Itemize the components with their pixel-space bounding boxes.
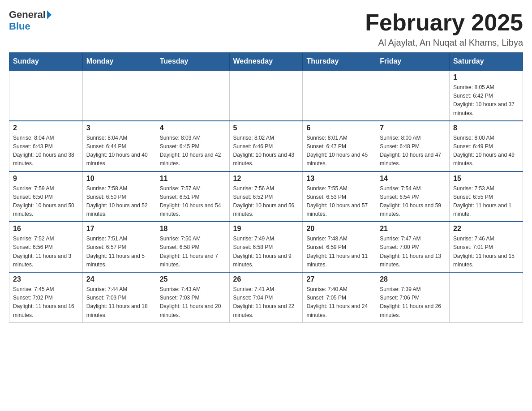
calendar-cell: 14Sunrise: 7:54 AMSunset: 6:54 PMDayligh… <box>376 171 450 222</box>
daylight-text: Daylight: 10 hours and 47 minutes. <box>380 151 446 168</box>
sunrise-text: Sunrise: 7:50 AM <box>160 235 226 243</box>
calendar-cell: 23Sunrise: 7:45 AMSunset: 7:02 PMDayligh… <box>9 272 83 322</box>
daylight-text: Daylight: 11 hours and 11 minutes. <box>306 252 372 269</box>
day-info: Sunrise: 8:04 AMSunset: 6:44 PMDaylight:… <box>86 134 152 168</box>
calendar-cell: 13Sunrise: 7:55 AMSunset: 6:53 PMDayligh… <box>303 171 376 222</box>
sunset-text: Sunset: 6:55 PM <box>453 193 519 201</box>
sunrise-text: Sunrise: 7:49 AM <box>233 235 299 243</box>
daylight-text: Daylight: 10 hours and 52 minutes. <box>86 201 152 218</box>
calendar-cell: 7Sunrise: 8:00 AMSunset: 6:48 PMDaylight… <box>376 121 450 171</box>
daylight-text: Daylight: 11 hours and 1 minute. <box>453 201 519 218</box>
sunrise-text: Sunrise: 7:56 AM <box>233 184 299 193</box>
day-info: Sunrise: 7:43 AMSunset: 7:03 PMDaylight:… <box>160 285 226 320</box>
daylight-text: Daylight: 10 hours and 40 minutes. <box>86 151 152 168</box>
day-number: 22 <box>453 225 519 233</box>
day-info: Sunrise: 8:02 AMSunset: 6:46 PMDaylight:… <box>233 134 299 168</box>
day-info: Sunrise: 7:45 AMSunset: 7:02 PMDaylight:… <box>13 285 79 320</box>
sunrise-text: Sunrise: 7:51 AM <box>86 235 152 243</box>
day-number: 1 <box>453 73 519 81</box>
sunset-text: Sunset: 6:54 PM <box>380 193 446 201</box>
sunset-text: Sunset: 6:52 PM <box>233 193 299 201</box>
day-info: Sunrise: 8:04 AMSunset: 6:43 PMDaylight:… <box>13 134 79 168</box>
calendar-header-row: SundayMondayTuesdayWednesdayThursdayFrid… <box>9 53 523 71</box>
daylight-text: Daylight: 11 hours and 26 minutes. <box>380 302 446 319</box>
day-number: 12 <box>233 175 299 183</box>
day-number: 13 <box>306 175 372 183</box>
daylight-text: Daylight: 10 hours and 43 minutes. <box>233 151 299 168</box>
calendar-cell <box>82 70 156 121</box>
sunset-text: Sunset: 6:53 PM <box>306 193 372 201</box>
daylight-text: Daylight: 10 hours and 38 minutes. <box>13 151 79 168</box>
sunset-text: Sunset: 7:04 PM <box>233 294 299 302</box>
day-info: Sunrise: 7:49 AMSunset: 6:58 PMDaylight:… <box>233 235 299 269</box>
sunset-text: Sunset: 7:01 PM <box>453 243 519 252</box>
calendar-week-4: 16Sunrise: 7:52 AMSunset: 6:56 PMDayligh… <box>9 222 523 272</box>
sunrise-text: Sunrise: 7:54 AM <box>380 184 446 193</box>
calendar-cell: 21Sunrise: 7:47 AMSunset: 7:00 PMDayligh… <box>376 222 450 272</box>
sunset-text: Sunset: 6:43 PM <box>13 142 79 151</box>
sunset-text: Sunset: 7:00 PM <box>380 243 446 252</box>
daylight-text: Daylight: 10 hours and 37 minutes. <box>453 100 519 117</box>
day-info: Sunrise: 7:53 AMSunset: 6:55 PMDaylight:… <box>453 184 519 219</box>
sunrise-text: Sunrise: 7:40 AM <box>306 285 372 294</box>
day-of-week-sunday: Sunday <box>9 53 83 71</box>
daylight-text: Daylight: 11 hours and 24 minutes. <box>306 302 372 319</box>
day-info: Sunrise: 7:44 AMSunset: 7:03 PMDaylight:… <box>86 285 152 320</box>
daylight-text: Daylight: 11 hours and 13 minutes. <box>380 252 446 269</box>
day-number: 4 <box>160 124 226 132</box>
daylight-text: Daylight: 11 hours and 20 minutes. <box>160 302 226 319</box>
sunrise-text: Sunrise: 7:48 AM <box>306 235 372 243</box>
calendar-cell <box>9 70 83 121</box>
sunrise-text: Sunrise: 7:59 AM <box>13 184 79 193</box>
day-number: 23 <box>13 275 79 283</box>
sunset-text: Sunset: 6:48 PM <box>380 142 446 151</box>
location-subtitle: Al Ajaylat, An Nuqat al Khams, Libya <box>365 38 523 48</box>
sunset-text: Sunset: 7:06 PM <box>380 294 446 302</box>
calendar-cell: 9Sunrise: 7:59 AMSunset: 6:50 PMDaylight… <box>9 171 83 222</box>
calendar-cell <box>229 70 303 121</box>
sunset-text: Sunset: 6:45 PM <box>160 142 226 151</box>
calendar-cell: 18Sunrise: 7:50 AMSunset: 6:58 PMDayligh… <box>156 222 229 272</box>
sunrise-text: Sunrise: 8:00 AM <box>380 134 446 142</box>
daylight-text: Daylight: 11 hours and 3 minutes. <box>13 252 79 269</box>
day-info: Sunrise: 7:54 AMSunset: 6:54 PMDaylight:… <box>380 184 446 219</box>
day-number: 14 <box>380 175 446 183</box>
day-info: Sunrise: 7:57 AMSunset: 6:51 PMDaylight:… <box>160 184 226 219</box>
day-number: 19 <box>233 225 299 233</box>
day-of-week-tuesday: Tuesday <box>156 53 229 71</box>
day-info: Sunrise: 7:52 AMSunset: 6:56 PMDaylight:… <box>13 235 79 269</box>
sunrise-text: Sunrise: 7:55 AM <box>306 184 372 193</box>
sunrise-text: Sunrise: 8:05 AM <box>453 83 519 92</box>
day-number: 18 <box>160 225 226 233</box>
daylight-text: Daylight: 11 hours and 5 minutes. <box>86 252 152 269</box>
sunset-text: Sunset: 6:59 PM <box>306 243 372 252</box>
calendar-cell <box>450 272 523 322</box>
sunset-text: Sunset: 6:58 PM <box>160 243 226 252</box>
sunset-text: Sunset: 6:50 PM <box>86 193 152 201</box>
calendar-cell: 27Sunrise: 7:40 AMSunset: 7:05 PMDayligh… <box>303 272 376 322</box>
day-info: Sunrise: 7:40 AMSunset: 7:05 PMDaylight:… <box>306 285 372 320</box>
calendar-week-3: 9Sunrise: 7:59 AMSunset: 6:50 PMDaylight… <box>9 171 523 222</box>
sunset-text: Sunset: 6:49 PM <box>453 142 519 151</box>
sunrise-text: Sunrise: 7:41 AM <box>233 285 299 294</box>
day-info: Sunrise: 7:51 AMSunset: 6:57 PMDaylight:… <box>86 235 152 269</box>
day-of-week-thursday: Thursday <box>303 53 376 71</box>
sunrise-text: Sunrise: 7:45 AM <box>13 285 79 294</box>
calendar-cell: 4Sunrise: 8:03 AMSunset: 6:45 PMDaylight… <box>156 121 229 171</box>
daylight-text: Daylight: 10 hours and 45 minutes. <box>306 151 372 168</box>
sunset-text: Sunset: 6:44 PM <box>86 142 152 151</box>
calendar-week-5: 23Sunrise: 7:45 AMSunset: 7:02 PMDayligh… <box>9 272 523 322</box>
calendar-cell: 2Sunrise: 8:04 AMSunset: 6:43 PMDaylight… <box>9 121 83 171</box>
calendar-cell <box>156 70 229 121</box>
sunrise-text: Sunrise: 7:44 AM <box>86 285 152 294</box>
daylight-text: Daylight: 11 hours and 7 minutes. <box>160 252 226 269</box>
day-info: Sunrise: 8:05 AMSunset: 6:42 PMDaylight:… <box>453 83 519 118</box>
daylight-text: Daylight: 11 hours and 15 minutes. <box>453 252 519 269</box>
sunrise-text: Sunrise: 8:03 AM <box>160 134 226 142</box>
logo-blue-text: Blue <box>9 21 30 32</box>
calendar-cell: 28Sunrise: 7:39 AMSunset: 7:06 PMDayligh… <box>376 272 450 322</box>
daylight-text: Daylight: 11 hours and 22 minutes. <box>233 302 299 319</box>
sunrise-text: Sunrise: 7:57 AM <box>160 184 226 193</box>
calendar-cell: 24Sunrise: 7:44 AMSunset: 7:03 PMDayligh… <box>82 272 156 322</box>
day-number: 7 <box>380 124 446 132</box>
